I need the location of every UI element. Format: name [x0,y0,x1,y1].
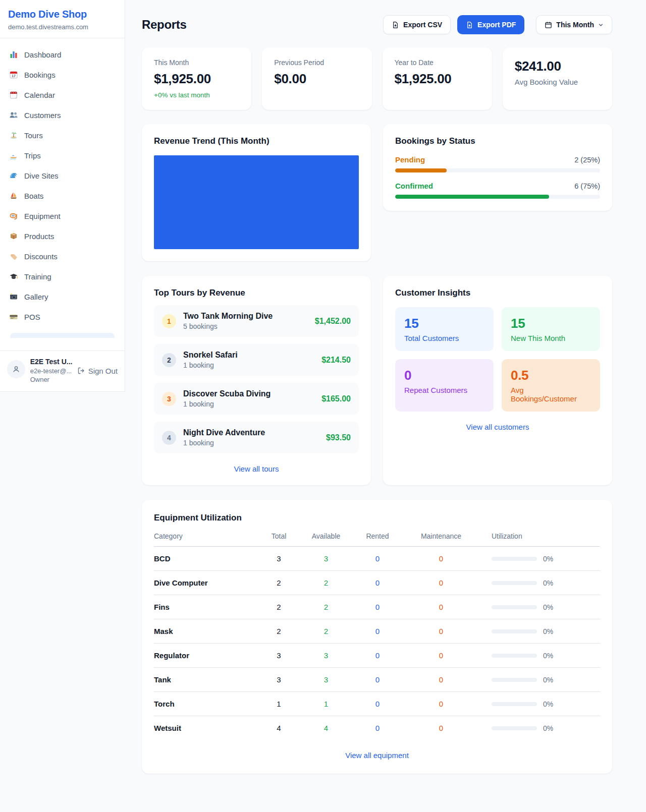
tile-value: 0 [404,368,484,383]
header-actions: Export CSV Export PDF This Month [383,15,612,34]
utilization-percent: 0% [543,555,553,563]
revenue-trend-chart [154,155,359,249]
stat-card-avg-booking-value: $241.00 Avg Booking Value [503,47,612,110]
cell-available: 4 [303,716,349,740]
tour-bookings: 1 booking [183,361,238,369]
sidebar-item-equipment[interactable]: Equipment [4,207,121,225]
table-row: Torch 1 1 0 0 0% [154,692,600,716]
progress-track [395,168,600,172]
export-pdf-button[interactable]: Export PDF [457,15,524,34]
tour-row[interactable]: 1 Two Tank Morning Dive 5 bookings $1,45… [154,305,359,337]
cell-category: Mask [154,619,255,644]
chevron-down-icon [598,22,604,28]
stat-value: $1,925.00 [395,71,480,87]
bookings-by-status-card: Bookings by Status Pending 2 (25%) Confi… [383,124,612,211]
cell-rented: 0 [349,571,406,595]
tour-row[interactable]: 4 Night Dive Adventure 1 booking $93.50 [154,422,359,453]
cell-total: 3 [255,644,303,668]
sidebar-item-pos[interactable]: POS [4,308,121,326]
charts-row: Revenue Trend (This Month) Bookings by S… [142,124,612,261]
sidebar-item-training[interactable]: Training [4,267,121,285]
view-all-tours-link[interactable]: View all tours [154,465,359,473]
tile-repeat-customers: 0 Repeat Customers [395,359,494,412]
cell-available: 2 [303,595,349,619]
sidebar-item-calendar[interactable]: Calendar [4,86,121,104]
revenue-trend-card: Revenue Trend (This Month) [142,124,371,261]
tile-value: 0.5 [511,368,591,383]
sidebar-item-gallery[interactable]: Gallery [4,287,121,306]
revenue-trend-title: Revenue Trend (This Month) [154,136,359,146]
user-role: Owner [30,375,72,384]
period-dropdown[interactable]: This Month [536,15,612,34]
cell-available: 2 [303,571,349,595]
cell-available: 2 [303,619,349,644]
sidebar-item-customers[interactable]: Customers [4,106,121,124]
utilization-bar [492,702,537,706]
table-row: Mask 2 2 0 0 0% [154,619,600,644]
view-all-customers-link[interactable]: View all customers [395,423,600,431]
customer-insights-title: Customer Insights [395,288,600,298]
sidebar-item-dashboard[interactable]: Dashboard [4,45,121,64]
equipment-table: Category Total Available Rented Maintena… [154,532,600,740]
export-csv-button[interactable]: Export CSV [383,15,451,34]
progress-fill [395,195,549,199]
sidebar-item-label: Dashboard [24,50,61,59]
main-content: Reports Export CSV Export PDF This Month… [125,0,646,794]
speedboat-icon [9,151,18,160]
sidebar-item-trips[interactable]: Trips [4,146,121,164]
cell-total: 3 [255,668,303,692]
view-all-equipment-link[interactable]: View all equipment [154,751,600,760]
cell-maintenance: 0 [406,619,476,644]
tour-revenue: $214.50 [321,356,351,365]
stat-delta: +0% vs last month [154,91,239,99]
tour-revenue: $93.50 [326,433,351,442]
column-header: Category [154,532,255,547]
tile-label: New This Month [511,334,591,342]
sidebar-item-label: Equipment [24,212,61,220]
cell-total: 1 [255,692,303,716]
sidebar-item-bookings[interactable]: 17 Bookings [4,66,121,84]
table-row: BCD 3 3 0 0 0% [154,547,600,571]
tour-name: Night Dive Adventure [183,428,265,437]
table-row: Regulator 3 3 0 0 0% [154,644,600,668]
equipment-utilization-card: Equipment Utilization Category Total Ava… [142,500,612,774]
cell-rented: 0 [349,595,406,619]
tile-value: 15 [404,316,484,331]
tile-total-customers: 15 Total Customers [395,307,494,351]
sidebar-item-label: Gallery [24,293,48,301]
stat-card-previous-period: Previous Period $0.00 [262,47,371,110]
tag-icon [9,252,18,261]
page-title: Reports [142,18,187,32]
stat-card-year-to-date: Year to Date $1,925.00 [383,47,492,110]
export-csv-label: Export CSV [403,21,442,29]
sidebar-item-discounts[interactable]: Discounts [4,247,121,265]
column-header: Total [255,532,303,547]
brand-block: Demo Dive Shop demo.test.divestreams.com [0,0,125,38]
progress-track [395,195,600,199]
sidebar-item-dive-sites[interactable]: Dive Sites [4,166,121,185]
sidebar-item-products[interactable]: Products [4,227,121,245]
cell-category: Dive Computer [154,571,255,595]
utilization-bar [492,605,537,609]
wave-icon [9,171,18,180]
cell-total: 4 [255,716,303,740]
sign-out-button[interactable]: Sign Out [77,367,118,375]
rank-badge: 4 [162,431,176,445]
export-file-icon [392,21,399,29]
sidebar-item-reports-active[interactable] [10,333,115,338]
status-row-pending: Pending 2 (25%) [395,155,600,172]
utilization-percent: 0% [543,652,553,660]
status-count: 6 (75%) [574,182,600,190]
cell-rented: 0 [349,692,406,716]
cell-category: Fins [154,595,255,619]
tour-row[interactable]: 2 Snorkel Safari 1 booking $214.50 [154,344,359,376]
cell-category: Tank [154,668,255,692]
tour-row[interactable]: 3 Discover Scuba Diving 1 booking $165.0… [154,383,359,415]
camera-icon [9,292,18,301]
sidebar-item-tours[interactable]: Tours [4,126,121,144]
export-pdf-label: Export PDF [477,21,516,29]
cell-category: Regulator [154,644,255,668]
table-header-row: Category Total Available Rented Maintena… [154,532,600,547]
sidebar-item-boats[interactable]: Boats [4,187,121,205]
tile-label: Repeat Customers [404,386,484,394]
